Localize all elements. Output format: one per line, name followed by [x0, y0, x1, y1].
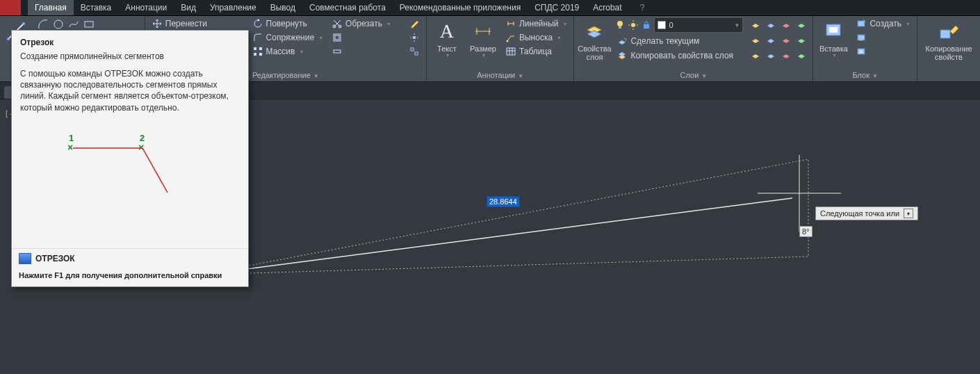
- make-current-icon: [616, 35, 628, 47]
- rotate-button[interactable]: Повернуть: [250, 17, 326, 30]
- tab-insert[interactable]: Вставка: [74, 0, 119, 15]
- panel-title-block[interactable]: Блок▼: [817, 70, 913, 81]
- svg-rect-14: [335, 35, 339, 40]
- match-props-button[interactable]: Копирование свойств: [922, 17, 976, 61]
- tab-home[interactable]: Главная: [28, 0, 74, 15]
- command-tooltip: Отрезок Создание прямолинейных сегментов…: [11, 30, 249, 287]
- tooltip-diagram: 1 2 × ×: [20, 116, 240, 241]
- linear-icon: [505, 18, 516, 29]
- help-icon[interactable]: ?: [636, 3, 649, 13]
- lock-icon[interactable]: [641, 19, 652, 31]
- tab-manage[interactable]: Управление: [203, 0, 263, 15]
- layer-props-button[interactable]: Свойства слоя: [578, 17, 610, 61]
- tab-acrobat[interactable]: Acrobat: [586, 0, 628, 15]
- menu-tabbar: Главная Вставка Аннотации Вид Управление…: [0, 0, 980, 16]
- svg-line-46: [204, 198, 792, 275]
- panel-layers: Свойства слоя 0 ▼ Сделать текущим: [574, 16, 813, 81]
- tab-collab[interactable]: Совместная работа: [302, 0, 393, 15]
- distance-input[interactable]: 28.8644: [487, 196, 520, 207]
- layer-tool-5[interactable]: [749, 33, 762, 47]
- panel-title-annotate[interactable]: Аннотации▼: [431, 70, 569, 81]
- layer-tool-2[interactable]: [764, 17, 778, 31]
- svg-point-30: [617, 21, 623, 26]
- extra2-button[interactable]: [329, 45, 393, 58]
- block-attr-button[interactable]: A: [854, 45, 913, 58]
- insert-button[interactable]: Вставка ▼: [817, 17, 849, 58]
- dimension-icon: [472, 20, 494, 42]
- svg-rect-17: [411, 48, 414, 51]
- explode-icon: [409, 32, 420, 43]
- make-current-button[interactable]: Сделать текущим: [614, 35, 743, 47]
- svg-point-2: [22, 22, 25, 25]
- svg-rect-31: [619, 26, 621, 29]
- tab-output[interactable]: Вывод: [263, 0, 302, 15]
- circle-icon[interactable]: [51, 17, 65, 31]
- block-attr-icon: A: [856, 46, 867, 57]
- rect-icon[interactable]: [82, 17, 96, 31]
- svg-text:×: ×: [67, 142, 73, 153]
- dynamic-prompt[interactable]: Следующая точка или ▾: [815, 206, 918, 220]
- layer-tool-10[interactable]: [764, 48, 778, 62]
- angle-readout: 8°: [799, 226, 812, 237]
- svg-rect-39: [829, 27, 838, 33]
- array-button[interactable]: Массив ▼: [250, 45, 326, 58]
- layer-tool-1[interactable]: [749, 17, 762, 31]
- panel-title-layers[interactable]: Слои▼: [578, 70, 808, 81]
- leader-icon: [505, 32, 516, 43]
- layer-tool-7[interactable]: [779, 33, 793, 47]
- extra1-button[interactable]: [329, 31, 393, 44]
- tooltip-f1: Нажмите F1 для получения дополнительной …: [12, 268, 248, 286]
- svg-point-25: [506, 40, 508, 42]
- join-button[interactable]: [407, 45, 422, 58]
- svg-rect-7: [254, 47, 256, 50]
- layer-color-swatch: [658, 21, 666, 29]
- create-block-button[interactable]: Создать▼: [854, 17, 913, 30]
- tab-view[interactable]: Вид: [174, 0, 203, 15]
- layer-tool-3[interactable]: [779, 17, 793, 31]
- copy-layer-props-button[interactable]: Копировать свойства слоя: [614, 49, 743, 62]
- move-button[interactable]: Перенести: [149, 17, 246, 30]
- spline-icon[interactable]: [67, 17, 81, 31]
- fillet-icon: [252, 32, 263, 43]
- layer-tool-6[interactable]: [764, 33, 778, 47]
- explode-button[interactable]: [407, 31, 422, 44]
- text-button[interactable]: A Текст ▼: [431, 17, 463, 58]
- layer-dropdown[interactable]: 0 ▼: [654, 17, 743, 33]
- arc-icon[interactable]: [36, 17, 50, 31]
- svg-rect-9: [254, 53, 256, 56]
- sun-icon[interactable]: [628, 19, 639, 31]
- linear-button[interactable]: Линейный▼: [503, 17, 569, 30]
- chevron-down-icon: ▼: [299, 49, 304, 54]
- tooltip-title: Отрезок: [20, 38, 54, 47]
- join-icon: [409, 46, 420, 57]
- layer-tool-4[interactable]: [794, 17, 808, 31]
- layer-tool-11[interactable]: [779, 48, 793, 62]
- svg-rect-18: [415, 52, 418, 55]
- svg-marker-45: [202, 159, 808, 275]
- panel-properties: Копирование свойств: [917, 16, 980, 81]
- tab-annotations[interactable]: Аннотации: [118, 0, 174, 15]
- layer-tool-12[interactable]: [794, 48, 808, 62]
- match-props-icon: [938, 20, 960, 42]
- leader-button[interactable]: Выноска▼: [503, 31, 569, 44]
- svg-rect-15: [334, 50, 341, 53]
- layer-tool-9[interactable]: [749, 48, 762, 62]
- trim-button[interactable]: Обрезать ▼: [329, 17, 393, 30]
- insert-icon: [822, 20, 844, 42]
- fillet-button[interactable]: Сопряжение ▼: [250, 31, 326, 44]
- bulb-icon[interactable]: [614, 19, 626, 31]
- tab-featured[interactable]: Рекомендованные приложения: [393, 0, 528, 15]
- table-button[interactable]: Таблица: [503, 45, 569, 58]
- prompt-dropdown-icon[interactable]: ▾: [904, 209, 913, 218]
- panel-block: Вставка ▼ Создать▼ A Блок▼: [813, 16, 917, 81]
- tooltip-short: Создание прямолинейных сегментов: [20, 51, 240, 61]
- block-edit-button[interactable]: [854, 31, 913, 44]
- layer-tool-8[interactable]: [794, 33, 808, 47]
- svg-rect-4: [85, 22, 93, 27]
- block-edit-icon: [856, 32, 867, 43]
- dimension-button[interactable]: Размер ▼: [467, 17, 499, 58]
- drawing-canvas[interactable]: [ – ] 28.8644 8° Следующая точка или ▾ О…: [0, 99, 980, 374]
- text-icon: A: [436, 20, 458, 42]
- erase-button[interactable]: [407, 17, 422, 30]
- tab-spds[interactable]: СПДС 2019: [528, 0, 586, 15]
